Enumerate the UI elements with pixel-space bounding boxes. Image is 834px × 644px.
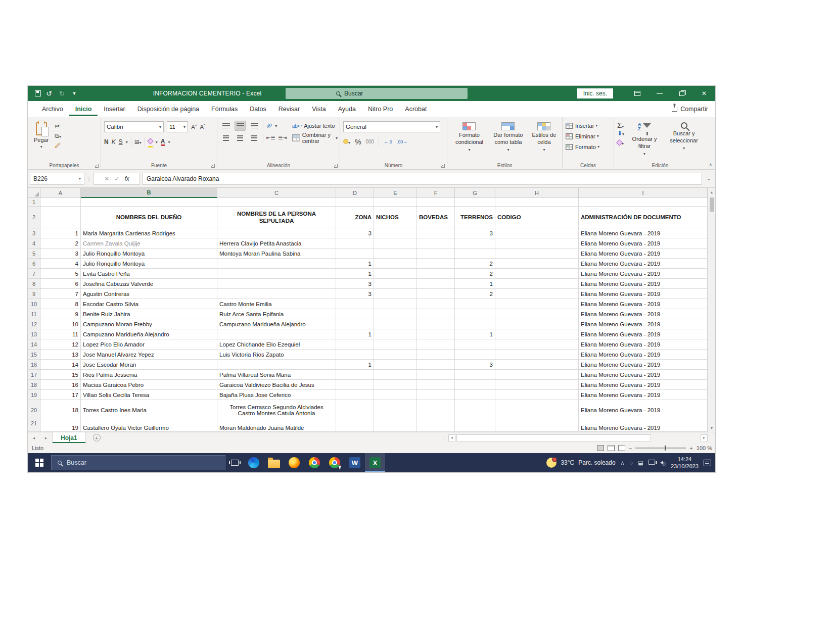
- grid-cell-e10[interactable]: [374, 299, 417, 309]
- zoom-slider[interactable]: [635, 448, 686, 449]
- align-right-icon[interactable]: [249, 133, 260, 143]
- grid-cell-e4[interactable]: [374, 238, 417, 249]
- grid-cell-b3[interactable]: Maria Margarita Cardenas Rodriges: [81, 228, 217, 238]
- grid-cell-i5[interactable]: Eliana Moreno Guevara - 2019: [579, 249, 708, 259]
- grid-cell-h16[interactable]: [495, 360, 579, 370]
- grid-cell-a19[interactable]: 17: [40, 390, 81, 400]
- sign-in-button[interactable]: Inic. ses.: [577, 88, 613, 98]
- grid-cell-d9[interactable]: 3: [336, 289, 374, 299]
- grid-cell-g4[interactable]: [455, 238, 495, 249]
- enter-icon[interactable]: ✓: [114, 175, 119, 182]
- italic-button[interactable]: K: [112, 139, 116, 145]
- grid-cell-b21[interactable]: Castallero Oyala Victor Guillermo: [81, 420, 217, 432]
- task-view-button[interactable]: [225, 453, 244, 472]
- row-header-2[interactable]: 2: [28, 207, 40, 228]
- grid-cell-d16[interactable]: 1: [336, 360, 374, 370]
- grid-cell-h5[interactable]: [495, 249, 579, 259]
- font-dialog-launcher-icon[interactable]: [211, 164, 215, 168]
- grid-cell-h15[interactable]: [495, 350, 579, 360]
- grid-cell-c8[interactable]: [217, 279, 336, 289]
- grid-cell-h13[interactable]: [495, 329, 579, 339]
- grid-cell-b13[interactable]: Campuzano Maridueña Alejandro: [81, 329, 217, 339]
- grid-cell-g10[interactable]: [455, 299, 495, 309]
- grid-cell-d4[interactable]: [336, 238, 374, 249]
- grid-cell-a7[interactable]: 5: [40, 269, 81, 279]
- grid-cell-d13[interactable]: 1: [336, 329, 374, 339]
- grid-cell-i21[interactable]: Eliana Moreno Guevara - 2019: [579, 420, 708, 432]
- ribbon-tab-ayuda[interactable]: Ayuda: [332, 102, 362, 116]
- zoom-level[interactable]: 100 %: [697, 445, 712, 451]
- grid-cell-g16[interactable]: 3: [455, 360, 495, 370]
- alignment-dialog-launcher-icon[interactable]: [334, 164, 338, 168]
- sheet-tab-hoja1[interactable]: Hoja1: [52, 432, 86, 443]
- row-header-18[interactable]: 18: [28, 380, 40, 390]
- grid-cell-e13[interactable]: [374, 329, 417, 339]
- increase-indent-icon[interactable]: ☰⇥: [278, 135, 287, 140]
- grid-cell-h3[interactable]: [495, 228, 579, 238]
- grid-cell-i2[interactable]: ADMINISTRACIÓN DE DOCUMENTO: [579, 207, 708, 228]
- cut-icon[interactable]: ✂: [55, 123, 61, 129]
- file-explorer-icon[interactable]: [264, 453, 284, 472]
- align-center-icon[interactable]: [235, 133, 246, 143]
- grid-cell-e16[interactable]: [374, 360, 417, 370]
- firefox-icon[interactable]: [284, 453, 304, 472]
- grid-cell-i6[interactable]: Eliana Moreno Guevara - 2019: [579, 259, 708, 269]
- column-header-c[interactable]: C: [217, 188, 336, 198]
- grid-cell-f1[interactable]: [417, 198, 455, 207]
- name-box[interactable]: B226▾: [30, 173, 84, 185]
- ribbon-tab-fórmulas[interactable]: Fórmulas: [205, 102, 244, 116]
- grid-cell-e1[interactable]: [374, 198, 417, 207]
- borders-icon[interactable]: ⊞▾: [134, 139, 142, 145]
- grid-cell-f9[interactable]: [417, 289, 455, 299]
- grid-cell-g11[interactable]: [455, 309, 495, 319]
- zoom-slider-thumb[interactable]: [665, 445, 666, 451]
- grid-cell-f3[interactable]: [417, 228, 455, 238]
- grid-cell-c2[interactable]: NOMBRES DE LA PERSONA SEPULTADA: [217, 207, 336, 228]
- align-middle-icon[interactable]: [235, 121, 246, 131]
- grid-cell-d17[interactable]: [336, 370, 374, 380]
- ribbon-tab-archivo[interactable]: Archivo: [36, 102, 69, 116]
- grid-cell-g14[interactable]: [455, 339, 495, 350]
- grid-cell-b9[interactable]: Agustin Contreras: [81, 289, 217, 299]
- page-layout-view-icon[interactable]: [608, 445, 615, 451]
- grid-cell-c13[interactable]: [217, 329, 336, 339]
- align-top-icon[interactable]: [220, 121, 231, 131]
- column-header-f[interactable]: F: [417, 188, 455, 198]
- grid-cell-d1[interactable]: [336, 198, 374, 207]
- grid-cell-b19[interactable]: Villao Solis Cecilia Teresa: [81, 390, 217, 400]
- grid-cell-h4[interactable]: [495, 238, 579, 249]
- insert-cells-button[interactable]: Insertar▾: [566, 120, 612, 131]
- grid-cell-e21[interactable]: [374, 420, 417, 432]
- clear-icon[interactable]: ▾: [617, 138, 624, 147]
- grid-cell-g6[interactable]: 2: [455, 259, 495, 269]
- start-button[interactable]: [28, 453, 51, 472]
- grid-cell-c20[interactable]: Torres Cerrasco Segundo Alciviades Castr…: [217, 400, 336, 420]
- grid-cell-c11[interactable]: Ruiz Arce Santa Epifania: [217, 309, 336, 319]
- minimize-button[interactable]: —: [648, 86, 671, 101]
- grid-cell-g13[interactable]: 1: [455, 329, 495, 339]
- paste-button[interactable]: Pegar ▾: [31, 120, 52, 151]
- row-header-15[interactable]: 15: [28, 350, 40, 360]
- page-break-view-icon[interactable]: [618, 445, 625, 451]
- column-header-e[interactable]: E: [374, 188, 417, 198]
- grid-cell-i9[interactable]: Eliana Moreno Guevara - 2019: [579, 289, 708, 299]
- grid-cell-e8[interactable]: [374, 279, 417, 289]
- ribbon-tab-insertar[interactable]: Insertar: [98, 102, 131, 116]
- font-size-combo[interactable]: 11▾: [167, 121, 188, 132]
- cast-icon[interactable]: ⬓: [638, 460, 643, 466]
- grid-cell-d21[interactable]: [336, 420, 374, 432]
- collapse-ribbon-icon[interactable]: ∧: [709, 162, 712, 167]
- weather-widget[interactable]: 33°C Parc. soleado: [546, 458, 615, 468]
- grid-cell-b4[interactable]: Carmen Zavala Quijije: [81, 238, 217, 249]
- grid-cell-b18[interactable]: Macias Garaicoa Pebro: [81, 380, 217, 390]
- grid-cell-d5[interactable]: [336, 249, 374, 259]
- grid-cell-b5[interactable]: Julio Ronquillo Montoya: [81, 249, 217, 259]
- scrollbar-splitter[interactable]: ⁞: [443, 435, 445, 440]
- ribbon-tab-datos[interactable]: Datos: [244, 102, 272, 116]
- grid-cell-g2[interactable]: TERRENOS: [455, 207, 495, 228]
- grid-cell-i18[interactable]: Eliana Moreno Guevara - 2019: [579, 380, 708, 390]
- grid-cell-h9[interactable]: [495, 289, 579, 299]
- share-button[interactable]: Compartir: [672, 106, 708, 113]
- grid-cell-f11[interactable]: [417, 309, 455, 319]
- grid-cell-b15[interactable]: Jose Manuel Alvarez Yepez: [81, 350, 217, 360]
